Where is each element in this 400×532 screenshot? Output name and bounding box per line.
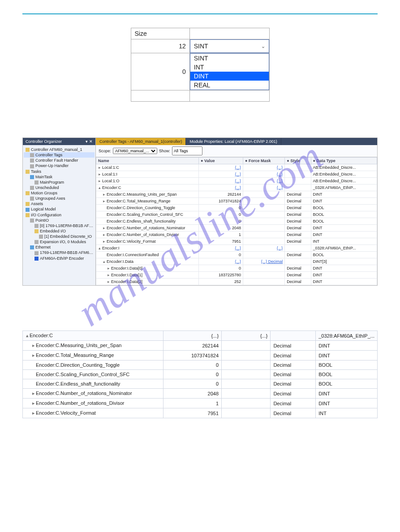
- style-cell[interactable]: [285, 245, 311, 252]
- tag-value[interactable]: 0: [163, 370, 221, 379]
- expand-icon[interactable]: ▸: [32, 352, 35, 358]
- datatype-dropdown[interactable]: SINT ⌄: [190, 39, 269, 53]
- expand-icon[interactable]: ▸: [103, 232, 106, 237]
- expand-icon[interactable]: ▸: [103, 192, 106, 197]
- style-cell[interactable]: Decimal: [271, 389, 316, 399]
- style-cell[interactable]: [285, 184, 311, 191]
- editor-tab[interactable]: Module Properties: Local (AFM60A-Eth/IP …: [186, 138, 281, 145]
- grid-row[interactable]: Encoder:C.Direction_Counting_Toggle0Deci…: [96, 205, 377, 211]
- tree-node[interactable]: PointIO: [24, 218, 95, 223]
- style-cell[interactable]: Decimal: [285, 191, 311, 198]
- force-mask[interactable]: {...}: [243, 164, 285, 171]
- style-cell[interactable]: Decimal: [271, 360, 316, 370]
- style-cell[interactable]: [285, 171, 311, 178]
- grid-header[interactable]: ● Value: [199, 158, 243, 164]
- force-mask[interactable]: [243, 198, 285, 205]
- force-mask[interactable]: [243, 238, 285, 245]
- force-mask[interactable]: [222, 360, 271, 370]
- tag-value[interactable]: 0: [163, 360, 221, 370]
- force-mask[interactable]: [243, 272, 285, 279]
- style-cell[interactable]: Decimal: [285, 265, 311, 272]
- style-cell[interactable]: Decimal: [271, 379, 316, 389]
- force-mask[interactable]: [243, 211, 285, 218]
- panel-pin-icon[interactable]: ▾ ✕: [86, 139, 93, 144]
- expand-icon[interactable]: ▸: [107, 266, 110, 270]
- style-cell[interactable]: [285, 178, 311, 184]
- detail-row[interactable]: Encoder:C.Direction_Counting_Toggle0Deci…: [23, 360, 378, 370]
- expand-icon[interactable]: ▸: [107, 279, 110, 284]
- style-cell[interactable]: Decimal: [285, 211, 311, 218]
- tag-value[interactable]: 2048: [199, 225, 243, 232]
- datatype-option-sint[interactable]: SINT: [190, 54, 269, 63]
- tag-value[interactable]: {...}: [163, 331, 221, 341]
- expand-icon[interactable]: ▸: [32, 390, 35, 396]
- force-mask[interactable]: [243, 191, 285, 198]
- grid-row[interactable]: ▴Encoder:I.Data{...}{...} DecimalDINT[3]: [96, 258, 377, 265]
- grid-row[interactable]: Encoder:C.Endless_shaft_functionality0De…: [96, 218, 377, 225]
- tag-value[interactable]: {...}: [199, 171, 243, 178]
- show-filter-input[interactable]: [172, 146, 202, 155]
- tag-value[interactable]: 1073741824: [199, 198, 243, 205]
- detail-row[interactable]: ▸Encoder:C.Measuring_Units_per_Span26214…: [23, 341, 378, 351]
- tag-value[interactable]: {...}: [199, 245, 243, 252]
- tag-value[interactable]: 0: [199, 211, 243, 218]
- style-cell[interactable]: Decimal: [285, 238, 311, 245]
- grid-row[interactable]: Encoder:C.Scaling_Function_Control_SFC0D…: [96, 211, 377, 218]
- force-mask[interactable]: [243, 225, 285, 232]
- tree-node[interactable]: 1769-L18ERM-BB1B AFM60_manual_1: [24, 250, 95, 255]
- style-cell[interactable]: Decimal: [271, 408, 316, 418]
- size-cell-1[interactable]: 0: [131, 53, 189, 90]
- tag-value[interactable]: 7951: [199, 238, 243, 245]
- datatype-option-real[interactable]: REAL: [190, 81, 269, 90]
- tree-node[interactable]: Tasks: [24, 169, 95, 174]
- tree-node[interactable]: [1] Embedded Discrete_IO: [24, 234, 95, 239]
- tree-node[interactable]: Assets: [24, 201, 95, 206]
- expand-icon[interactable]: ▴: [103, 259, 106, 264]
- tag-value[interactable]: {...}: [199, 164, 243, 171]
- tree-node[interactable]: MainProgram: [24, 180, 95, 185]
- tag-value[interactable]: 262144: [163, 341, 221, 351]
- grid-row[interactable]: ▴Encoder:C{...}{...}_0328:AFM60A_EthIP..…: [96, 184, 377, 191]
- tree-node[interactable]: I/O Configuration: [24, 212, 95, 218]
- style-cell[interactable]: [285, 164, 311, 171]
- datatype-option-int[interactable]: INT: [190, 63, 269, 72]
- expand-icon[interactable]: ▸: [32, 410, 35, 416]
- editor-tab[interactable]: Controller Tags - AFM60_manual_1(control…: [96, 138, 186, 145]
- tree-node[interactable]: AFM60A-Eth/IP Encoder: [24, 256, 95, 261]
- encoder-config-detail-table[interactable]: ▴Encoder:C{...}{...}_0328:AFM60A_EthIP_.…: [22, 330, 378, 418]
- tag-value[interactable]: 0: [199, 252, 243, 258]
- force-mask[interactable]: [243, 279, 285, 285]
- force-mask[interactable]: {...}: [243, 245, 285, 252]
- tag-value[interactable]: 1: [163, 399, 221, 408]
- grid-row[interactable]: ▸Encoder:C.Measuring_Units_per_Span26214…: [96, 191, 377, 198]
- grid-row[interactable]: ▸Encoder:I.Data[0]0DecimalDINT: [96, 265, 377, 272]
- style-cell[interactable]: Decimal: [271, 399, 316, 408]
- detail-row[interactable]: ▸Encoder:C.Total_Measuring_Range10737418…: [23, 351, 378, 360]
- tag-value[interactable]: 0: [163, 379, 221, 389]
- tree-node[interactable]: Expansion I/O, 0 Modules: [24, 239, 95, 245]
- force-mask[interactable]: [222, 389, 271, 399]
- tree-node[interactable]: Controller AFM60_manual_1: [24, 147, 95, 152]
- grid-row[interactable]: ▴Encoder:I{...}{...}_0328:AFM60A_EthIP..…: [96, 245, 377, 252]
- force-mask[interactable]: [222, 341, 271, 351]
- expand-icon[interactable]: ▸: [98, 179, 101, 183]
- datatype-option-dint[interactable]: DINT: [190, 72, 269, 81]
- grid-row[interactable]: ▸Encoder:C.Total_Measuring_Range10737418…: [96, 198, 377, 205]
- expand-icon[interactable]: ▴: [98, 246, 101, 250]
- force-mask[interactable]: {...} Decimal: [243, 258, 285, 265]
- tag-value[interactable]: 1073741824: [163, 351, 221, 360]
- detail-row[interactable]: Encoder:C.Endless_shaft_functionality0De…: [23, 379, 378, 389]
- style-cell[interactable]: Decimal: [285, 272, 311, 279]
- detail-row[interactable]: ▸Encoder:C.Velocity_Format7951DecimalINT: [23, 408, 378, 418]
- tree-node[interactable]: Unscheduled: [24, 185, 95, 190]
- force-mask[interactable]: [243, 205, 285, 211]
- expand-icon[interactable]: ▸: [103, 226, 106, 230]
- force-mask[interactable]: [243, 232, 285, 238]
- force-mask[interactable]: [222, 379, 271, 389]
- tag-value[interactable]: {...}: [199, 178, 243, 184]
- expand-icon[interactable]: ▸: [107, 273, 110, 277]
- grid-row[interactable]: ▸Local:1:O{...}{...}AB:Embedded_Discre..…: [96, 178, 377, 184]
- style-cell[interactable]: Decimal: [271, 341, 316, 351]
- force-mask[interactable]: [222, 408, 271, 418]
- force-mask[interactable]: {...}: [243, 184, 285, 191]
